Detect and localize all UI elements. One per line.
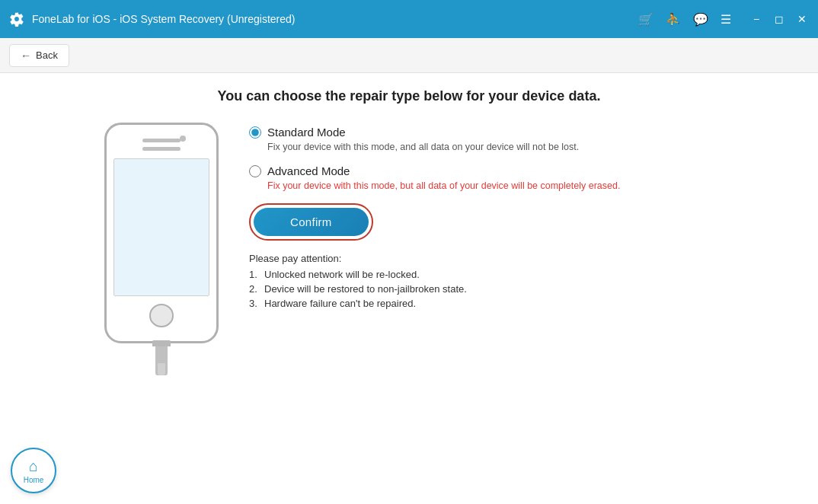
phone-screen <box>113 158 209 297</box>
window-controls: − ◻ ✕ <box>749 13 809 25</box>
minimize-button[interactable]: − <box>749 13 763 25</box>
cart-icon[interactable]: 🛒 <box>638 12 653 27</box>
question-icon[interactable]: ⛹ <box>666 12 681 27</box>
chat-icon[interactable]: 💬 <box>693 12 708 27</box>
attention-item-3: 3. Hardware failure can't be repaired. <box>249 298 714 309</box>
gear-icon <box>9 11 24 27</box>
confirm-wrapper: Confirm <box>249 203 714 241</box>
cable-connector <box>155 345 168 375</box>
phone-home-button <box>149 304 174 327</box>
attention-num-2: 2. <box>249 283 261 295</box>
close-button[interactable]: ✕ <box>795 13 809 25</box>
titlebar-icons: 🛒 ⛹ 💬 ☰ − ◻ ✕ <box>638 12 809 27</box>
main-content: You can choose the repair type below for… <box>0 73 818 504</box>
menu-icon[interactable]: ☰ <box>721 12 731 27</box>
advanced-mode-text: Advanced Mode <box>267 164 350 177</box>
back-label: Back <box>36 49 58 61</box>
options-panel: Standard Mode Fix your device with this … <box>249 123 714 312</box>
home-button-container: ⌂ Home <box>11 448 56 493</box>
titlebar: FoneLab for iOS - iOS System Recovery (U… <box>0 0 818 38</box>
advanced-mode-option: Advanced Mode Fix your device with this … <box>249 164 714 191</box>
standard-mode-radio[interactable] <box>249 126 261 139</box>
phone-illustration <box>104 123 219 375</box>
content-area: Standard Mode Fix your device with this … <box>104 123 714 375</box>
confirm-button[interactable]: Confirm <box>254 208 369 236</box>
standard-mode-text: Standard Mode <box>267 126 346 139</box>
home-button[interactable]: ⌂ Home <box>11 448 56 493</box>
attention-num-3: 3. <box>249 298 261 309</box>
attention-num-1: 1. <box>249 269 261 280</box>
back-button[interactable]: ← Back <box>9 44 69 67</box>
attention-text-2: Device will be restored to non-jailbroke… <box>264 283 467 295</box>
phone-speaker <box>142 139 181 142</box>
home-icon: ⌂ <box>29 458 38 475</box>
standard-mode-label[interactable]: Standard Mode <box>249 126 714 139</box>
advanced-mode-label[interactable]: Advanced Mode <box>249 164 714 177</box>
phone-speaker-main <box>142 147 181 151</box>
navbar: ← Back <box>0 38 818 73</box>
advanced-mode-radio[interactable] <box>249 165 261 177</box>
attention-text-1: Unlocked network will be re-locked. <box>264 269 420 280</box>
attention-title: Please pay attention: <box>249 253 714 264</box>
standard-mode-option: Standard Mode Fix your device with this … <box>249 126 714 152</box>
phone-frame <box>104 123 219 343</box>
app-title: FoneLab for iOS - iOS System Recovery (U… <box>32 13 295 25</box>
page-title: You can choose the repair type below for… <box>218 88 601 104</box>
standard-mode-description: Fix your device with this mode, and all … <box>267 142 714 152</box>
home-label: Home <box>24 476 44 484</box>
titlebar-left: FoneLab for iOS - iOS System Recovery (U… <box>9 11 295 27</box>
attention-item-2: 2. Device will be restored to non-jailbr… <box>249 283 714 295</box>
phone-camera <box>180 136 186 142</box>
advanced-mode-description: Fix your device with this mode, but all … <box>267 180 714 191</box>
back-arrow-icon: ← <box>21 49 31 62</box>
maximize-button[interactable]: ◻ <box>772 13 786 25</box>
attention-text-3: Hardware failure can't be repaired. <box>264 298 416 309</box>
attention-section: Please pay attention: 1. Unlocked networ… <box>249 253 714 309</box>
attention-item-1: 1. Unlocked network will be re-locked. <box>249 269 714 280</box>
confirm-button-outline: Confirm <box>249 203 373 241</box>
